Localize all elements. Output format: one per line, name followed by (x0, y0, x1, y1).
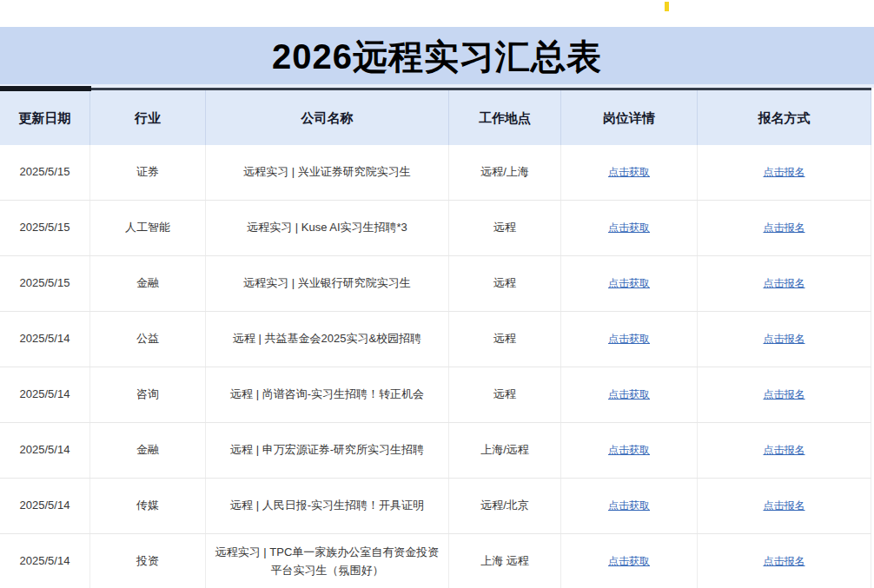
apply-link[interactable]: 点击报名 (764, 553, 805, 570)
cell-industry: 公益 (90, 312, 206, 367)
column-header-apply: 报名方式 (698, 90, 871, 145)
cell-date: 2025/5/15 (0, 201, 90, 255)
cell-date: 2025/5/14 (0, 423, 90, 478)
column-header-industry: 行业 (90, 90, 206, 145)
cell-date: 2025/5/15 (0, 256, 90, 311)
top-white-strip (0, 0, 874, 27)
cell-date: 2025/5/15 (0, 145, 90, 200)
cell-industry: 金融 (90, 423, 206, 478)
detail-link[interactable]: 点击获取 (608, 220, 650, 236)
table-row: 2025/5/15 金融 远程实习 | 兴业银行研究院实习生 远程 点击获取 点… (0, 256, 871, 312)
cell-company: 远程 | 申万宏源证券-研究所实习生招聘 (206, 423, 449, 478)
cell-company: 远程 | 共益基金会2025实习&校园招聘 (206, 312, 449, 367)
detail-link[interactable]: 点击获取 (608, 553, 650, 570)
table-row: 2025/5/14 咨询 远程 | 尚谱咨询-实习生招聘！转正机会 远程 点击获… (0, 367, 871, 423)
detail-link[interactable]: 点击获取 (608, 498, 650, 514)
cell-location: 远程/北京 (449, 479, 561, 533)
apply-link[interactable]: 点击报名 (764, 220, 805, 236)
apply-link[interactable]: 点击报名 (764, 331, 805, 347)
cell-industry: 人工智能 (90, 201, 206, 255)
cell-date: 2025/5/14 (0, 479, 90, 533)
cell-location: 远程 (449, 367, 561, 422)
page-title: 2026远程实习汇总表 (272, 37, 602, 74)
detail-link[interactable]: 点击获取 (608, 442, 650, 459)
cell-industry: 传媒 (90, 479, 206, 533)
cell-company: 远程实习 | Kuse AI实习生招聘*3 (206, 201, 449, 255)
detail-link[interactable]: 点击获取 (608, 386, 650, 403)
cell-location: 上海 远程 (449, 534, 561, 588)
cell-company: 远程实习 | TPC单一家族办公室自有资金投资平台实习生（氛围好） (206, 534, 449, 588)
detail-link[interactable]: 点击获取 (608, 164, 650, 181)
yellow-tick-mark (665, 2, 669, 11)
cell-company: 远程实习 | 兴业证券研究院实习生 (206, 145, 449, 200)
apply-link[interactable]: 点击报名 (764, 164, 805, 181)
cell-company: 远程 | 人民日报-实习生招聘！开具证明 (206, 479, 449, 533)
cell-location: 远程 (449, 256, 561, 311)
table-row: 2025/5/15 人工智能 远程实习 | Kuse AI实习生招聘*3 远程 … (0, 201, 871, 256)
column-header-company: 公司名称 (206, 90, 449, 145)
table-row: 2025/5/14 金融 远程 | 申万宏源证券-研究所实习生招聘 上海/远程 … (0, 423, 871, 479)
table-row: 2025/5/14 公益 远程 | 共益基金会2025实习&校园招聘 远程 点击… (0, 312, 871, 367)
cell-location: 远程 (449, 201, 561, 255)
cell-date: 2025/5/14 (0, 312, 90, 367)
column-header-update-date: 更新日期 (0, 90, 90, 145)
title-banner: 2026远程实习汇总表 (0, 27, 874, 84)
column-header-location: 工作地点 (449, 90, 561, 145)
internship-table: 更新日期 行业 公司名称 工作地点 岗位详情 报名方式 2025/5/15 证券… (0, 88, 871, 588)
apply-link[interactable]: 点击报名 (764, 386, 805, 403)
cell-date: 2025/5/14 (0, 534, 90, 588)
apply-link[interactable]: 点击报名 (764, 498, 805, 514)
cell-industry: 证券 (90, 145, 206, 200)
cell-location: 上海/远程 (449, 423, 561, 478)
cell-industry: 投资 (90, 534, 206, 588)
cell-location: 远程 (449, 312, 561, 367)
apply-link[interactable]: 点击报名 (764, 442, 805, 459)
cell-location: 远程/上海 (449, 145, 561, 200)
column-header-detail: 岗位详情 (561, 90, 698, 145)
cell-date: 2025/5/14 (0, 367, 90, 422)
cell-company: 远程 | 尚谱咨询-实习生招聘！转正机会 (206, 367, 449, 422)
cell-industry: 金融 (90, 256, 206, 311)
cell-company: 远程实习 | 兴业银行研究院实习生 (206, 256, 449, 311)
table-header-row: 更新日期 行业 公司名称 工作地点 岗位详情 报名方式 (0, 90, 871, 145)
detail-link[interactable]: 点击获取 (608, 331, 650, 347)
table-row: 2025/5/14 投资 远程实习 | TPC单一家族办公室自有资金投资平台实习… (0, 534, 871, 588)
detail-link[interactable]: 点击获取 (608, 275, 650, 292)
cell-industry: 咨询 (90, 367, 206, 422)
table-row: 2025/5/15 证券 远程实习 | 兴业证券研究院实习生 远程/上海 点击获… (0, 145, 871, 201)
apply-link[interactable]: 点击报名 (764, 275, 805, 292)
first-column-accent-border (0, 86, 91, 91)
table-row: 2025/5/14 传媒 远程 | 人民日报-实习生招聘！开具证明 远程/北京 … (0, 479, 871, 534)
